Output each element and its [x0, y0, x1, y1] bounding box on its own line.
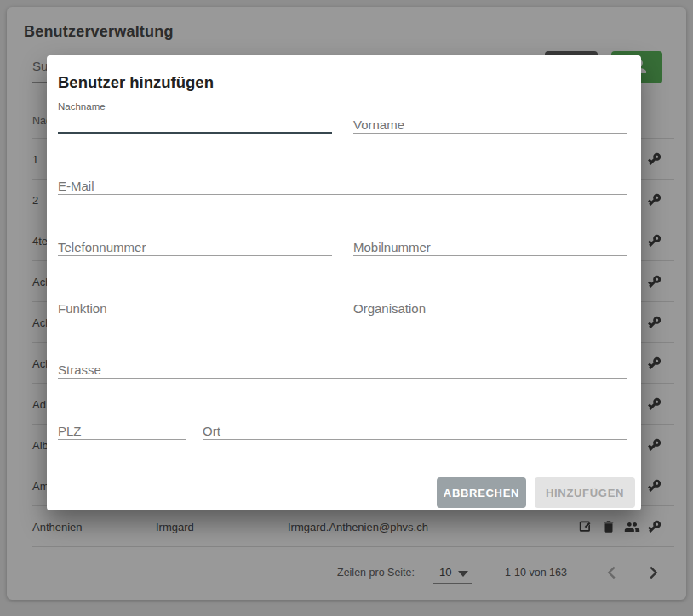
plz-underline	[58, 439, 186, 440]
funktion-label: Funktion	[58, 301, 107, 316]
plz-label: PLZ	[58, 424, 82, 438]
email-underline	[58, 194, 627, 195]
dialog-title: Benutzer hinzufügen	[58, 73, 214, 92]
mobilnummer-label: Mobilnummer	[353, 240, 431, 254]
vorname-label: Vorname	[353, 117, 404, 132]
telefonnummer-underline	[58, 255, 332, 256]
ort-label: Ort	[203, 424, 220, 438]
ort-underline	[203, 439, 627, 440]
mobilnummer-underline	[353, 255, 627, 256]
nachname-underline	[58, 132, 332, 134]
organisation-underline	[353, 317, 627, 317]
vorname-underline	[353, 133, 627, 134]
submit-button[interactable]: HINZUFÜGEN	[535, 477, 635, 508]
email-label: E-Mail	[58, 179, 94, 193]
strasse-label: Strasse	[58, 362, 101, 377]
cancel-button[interactable]: ABBRECHEN	[437, 477, 526, 508]
add-user-dialog: Benutzer hinzufügen Nachname Vorname E-M…	[47, 55, 641, 510]
strasse-underline	[58, 378, 627, 379]
organisation-label: Organisation	[353, 301, 426, 316]
telefonnummer-label: Telefonnummer	[58, 240, 146, 254]
nachname-label: Nachname	[58, 101, 106, 111]
funktion-underline	[58, 317, 332, 317]
